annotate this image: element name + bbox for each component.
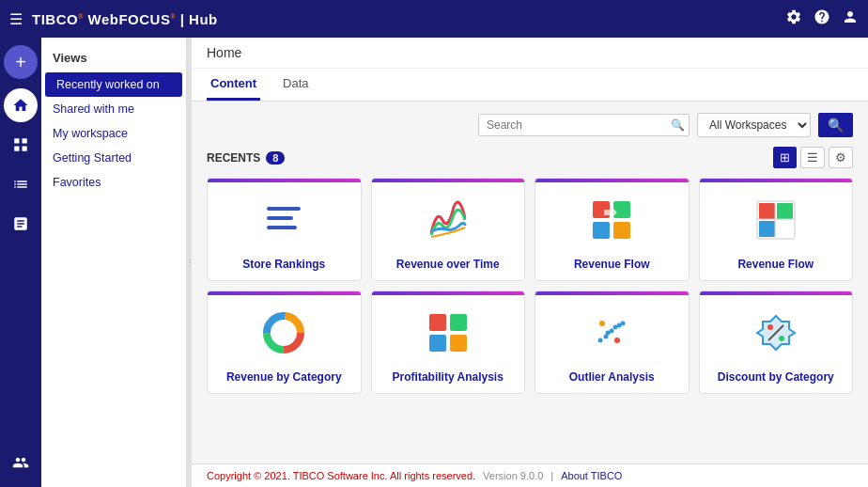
tabs-bar: Content Data: [192, 69, 868, 102]
footer: Copyright © 2021. TIBCO Software Inc. Al…: [192, 463, 868, 487]
main-layout: + Views Recently worked on Shared with m…: [0, 38, 868, 487]
sidebar-item-my-workspace[interactable]: My workspace: [41, 121, 186, 146]
revenue-flow-1-icon: [591, 199, 632, 241]
store-rankings-icon: [263, 199, 304, 241]
card-label: Store Rankings: [208, 258, 361, 271]
top-navigation: ☰ TIBCO® WebFOCUS® | Hub: [0, 0, 868, 38]
svg-rect-6: [613, 222, 630, 239]
outlier-analysis-icon: [591, 312, 632, 353]
card-icon-area: [535, 295, 689, 370]
svg-point-19: [274, 323, 293, 342]
card-revenue-by-category[interactable]: Revenue by Category: [207, 291, 362, 394]
copyright-tibco: Copyright © 2021. TIBCO Software Inc. Al…: [207, 470, 475, 481]
list-icon-btn[interactable]: [4, 167, 38, 201]
card-icon-area: [208, 295, 361, 370]
card-icon-area: [535, 182, 689, 258]
revenue-flow-2-icon: [755, 199, 797, 241]
card-label: Outlier Analysis: [535, 370, 689, 384]
svg-rect-4: [613, 201, 630, 218]
svg-point-31: [614, 338, 620, 343]
search-magnifier-icon: 🔍: [667, 115, 689, 135]
version-text: Version 9.0.0: [483, 470, 543, 481]
grid-icon-btn[interactable]: [4, 128, 38, 162]
help-icon[interactable]: [814, 8, 830, 29]
views-label: Views: [41, 47, 186, 72]
svg-rect-0: [267, 207, 301, 211]
search-box: 🔍: [478, 114, 690, 136]
svg-rect-23: [450, 335, 467, 352]
card-icon-area: [208, 182, 361, 258]
card-revenue-flow-1[interactable]: Revenue Flow: [535, 178, 690, 281]
grid-view-button[interactable]: ⊞: [773, 147, 797, 168]
content-settings-button[interactable]: ⚙: [829, 147, 853, 168]
search-input[interactable]: [479, 115, 667, 135]
card-label: Revenue by Category: [208, 370, 361, 384]
sidebar-item-shared-with-me[interactable]: Shared with me: [41, 97, 186, 121]
home-icon-btn[interactable]: [4, 88, 38, 122]
svg-rect-2: [267, 226, 297, 229]
svg-point-34: [779, 336, 784, 341]
search-button[interactable]: 🔍: [818, 113, 853, 137]
card-profitability-analysis[interactable]: Profitability Analysis: [371, 291, 526, 394]
svg-point-27: [610, 329, 614, 334]
svg-rect-22: [429, 335, 446, 352]
svg-rect-10: [759, 221, 775, 237]
card-label: Revenue Flow: [535, 258, 689, 271]
user-icon[interactable]: [842, 8, 859, 29]
svg-rect-21: [450, 314, 467, 331]
copyright-text: Copyright © 2021. TIBCO Software Inc. Al…: [207, 470, 475, 481]
icon-bar: +: [0, 38, 41, 487]
sidebar: Views Recently worked on Shared with me …: [41, 38, 187, 487]
recents-count-badge: 8: [266, 151, 285, 165]
revenue-over-time-icon: [427, 199, 469, 241]
svg-rect-20: [429, 314, 446, 331]
report-icon-btn[interactable]: [4, 207, 38, 241]
app-logo: TIBCO® WebFOCUS® | Hub: [32, 11, 218, 27]
card-label: Revenue over Time: [372, 258, 525, 271]
svg-point-33: [767, 324, 773, 330]
list-view-button[interactable]: ☰: [800, 147, 825, 168]
svg-rect-11: [777, 221, 793, 237]
cards-grid: Store Rankings Revenue over Time: [207, 178, 853, 394]
svg-point-32: [599, 321, 605, 326]
svg-point-30: [621, 322, 626, 326]
add-button[interactable]: +: [4, 45, 38, 79]
card-revenue-over-time[interactable]: Revenue over Time: [371, 178, 526, 281]
people-icon-btn[interactable]: [4, 446, 38, 479]
workspace-select[interactable]: All Workspaces: [697, 113, 811, 137]
profitability-analysis-icon: [427, 312, 469, 353]
breadcrumb: Home: [192, 38, 868, 69]
card-icon-area: [700, 295, 853, 370]
sidebar-item-favorites[interactable]: Favorites: [41, 170, 186, 195]
card-revenue-flow-2[interactable]: Revenue Flow: [699, 178, 854, 281]
hamburger-menu-icon[interactable]: ☰: [9, 10, 23, 28]
main-content: Home Content Data 🔍 All Workspaces 🔍: [192, 38, 868, 487]
settings-icon[interactable]: [785, 8, 802, 29]
svg-rect-1: [267, 216, 293, 220]
svg-rect-5: [593, 222, 610, 239]
sidebar-item-recently-worked-on[interactable]: Recently worked on: [45, 72, 182, 97]
card-label: Revenue Flow: [700, 258, 853, 271]
revenue-by-category-icon: [263, 312, 304, 353]
content-area: 🔍 All Workspaces 🔍 RECENTS 8 ⊞ ☰ ⚙: [192, 102, 868, 463]
card-outlier-analysis[interactable]: Outlier Analysis: [535, 291, 690, 394]
card-discount-by-category[interactable]: Discount by Category: [699, 291, 854, 394]
card-icon-area: [700, 182, 853, 258]
card-label: Discount by Category: [700, 370, 853, 384]
tab-data[interactable]: Data: [279, 69, 312, 101]
card-icon-area: [372, 182, 525, 258]
view-toggle: ⊞ ☰ ⚙: [773, 147, 853, 168]
svg-rect-8: [759, 203, 775, 219]
search-row: 🔍 All Workspaces 🔍: [207, 113, 853, 137]
tab-content[interactable]: Content: [207, 69, 260, 101]
sidebar-item-getting-started[interactable]: Getting Started: [41, 146, 186, 170]
card-label: Profitability Analysis: [372, 370, 525, 384]
svg-point-24: [598, 338, 603, 343]
card-icon-area: [372, 295, 525, 370]
card-store-rankings[interactable]: Store Rankings: [207, 178, 362, 281]
separator: |: [550, 470, 553, 481]
recents-bar: RECENTS 8 ⊞ ☰ ⚙: [207, 147, 853, 168]
recents-label: RECENTS 8: [207, 151, 285, 165]
about-link[interactable]: About TIBCO: [561, 470, 622, 481]
svg-rect-9: [777, 203, 793, 219]
